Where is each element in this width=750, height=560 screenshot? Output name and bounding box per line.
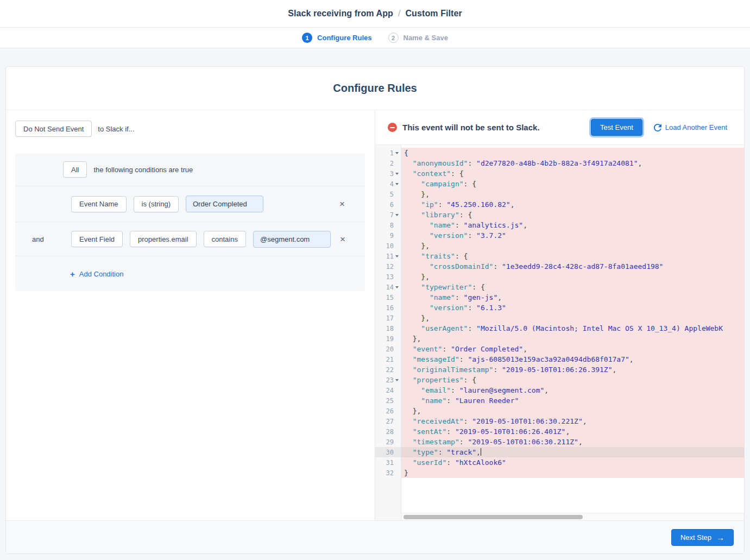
line-number: 21 xyxy=(375,354,401,364)
code-line[interactable]: "anonymousId": "d2e77820-a48b-4b2b-882a-… xyxy=(401,158,744,168)
add-condition-label: Add Condition xyxy=(79,270,124,278)
line-number: 13 xyxy=(375,272,401,282)
match-type-row: All the following conditions are true xyxy=(15,153,365,186)
code-line[interactable]: "typewriter": { xyxy=(401,282,744,292)
fold-spacer xyxy=(394,354,401,364)
code-line[interactable]: "originalTimestamp": "2019-05-10T01:06:2… xyxy=(401,364,744,375)
condition-2-operator-dropdown[interactable]: contains xyxy=(204,231,246,247)
card-footer: Next Step → xyxy=(6,520,744,553)
code-line[interactable]: "email": "lauren@segment.com", xyxy=(401,385,744,395)
fold-spacer xyxy=(394,437,401,447)
code-line[interactable]: "timestamp": "2019-05-10T01:06:30.211Z", xyxy=(401,437,744,447)
line-number: 1 xyxy=(375,148,401,158)
step-bar: 1 Configure Rules 2 Name & Save xyxy=(0,28,750,48)
editor-gutter: 1234567891011121314151617181920212223242… xyxy=(375,145,401,520)
line-number: 12 xyxy=(375,261,401,272)
code-line[interactable]: }, xyxy=(401,334,744,344)
horizontal-scrollbar-thumb[interactable] xyxy=(404,515,583,519)
code-line[interactable]: "properties": { xyxy=(401,375,744,385)
code-line[interactable]: "version": "3.7.2" xyxy=(401,230,744,241)
code-line[interactable]: } xyxy=(401,468,744,478)
code-line[interactable]: "version": "6.1.3" xyxy=(401,303,744,313)
fold-arrow-icon[interactable] xyxy=(394,251,401,261)
filter-action-dropdown[interactable]: Do Not Send Event xyxy=(15,121,92,137)
fold-spacer xyxy=(394,303,401,313)
match-type-dropdown[interactable]: All xyxy=(63,161,87,178)
json-code-editor[interactable]: 1234567891011121314151617181920212223242… xyxy=(375,144,744,520)
step-1-circle: 1 xyxy=(302,33,312,43)
fold-spacer xyxy=(394,406,401,416)
condition-2-value-input[interactable] xyxy=(253,231,331,248)
fold-arrow-icon[interactable] xyxy=(394,375,401,385)
line-number: 22 xyxy=(375,364,401,375)
code-line[interactable]: "userAgent": "Mozilla/5.0 (Macintosh; In… xyxy=(401,323,744,334)
code-line[interactable]: "type": "track", xyxy=(401,447,744,457)
step-name-and-save[interactable]: 2 Name & Save xyxy=(388,33,448,43)
code-line[interactable]: "campaign": { xyxy=(401,179,744,189)
fold-arrow-icon[interactable] xyxy=(394,168,401,179)
code-line[interactable]: "messageId": "ajs-6085013e159ac3a92a0494… xyxy=(401,354,744,364)
event-preview-panel: This event will not be sent to Slack. Te… xyxy=(375,110,744,520)
preview-header: This event will not be sent to Slack. Te… xyxy=(375,110,744,144)
code-line[interactable]: "name": "analytics.js", xyxy=(401,220,744,230)
code-line[interactable]: "ip": "45.250.160.82", xyxy=(401,199,744,210)
condition-1-field-dropdown[interactable]: Event Name xyxy=(71,196,127,212)
load-another-event-link[interactable]: Load Another Event xyxy=(654,123,727,131)
code-line[interactable]: "name": "gen-js", xyxy=(401,292,744,303)
line-number: 4 xyxy=(375,179,401,189)
breadcrumb-secondary: Custom Filter xyxy=(405,9,462,18)
breadcrumb-separator: / xyxy=(398,9,400,18)
next-step-button[interactable]: Next Step → xyxy=(671,529,734,546)
code-line[interactable]: }, xyxy=(401,272,744,282)
code-line[interactable]: "traits": { xyxy=(401,251,744,261)
fold-spacer xyxy=(394,272,401,282)
page-background: Configure Rules Do Not Send Event to Sla… xyxy=(0,48,750,560)
code-line[interactable]: "library": { xyxy=(401,210,744,220)
condition-2-remove-icon[interactable]: × xyxy=(338,232,348,246)
no-entry-icon xyxy=(388,123,397,132)
line-number: 7 xyxy=(375,210,401,220)
line-number: 30 xyxy=(375,447,401,457)
code-line[interactable]: { xyxy=(401,148,744,158)
code-line[interactable]: }, xyxy=(401,313,744,323)
line-number: 19 xyxy=(375,334,401,344)
code-line[interactable]: "name": "Lauren Reeder" xyxy=(401,395,744,406)
step-1-label: Configure Rules xyxy=(317,34,371,42)
line-number: 29 xyxy=(375,437,401,447)
step-configure-rules[interactable]: 1 Configure Rules xyxy=(302,33,371,43)
code-line[interactable]: }, xyxy=(401,406,744,416)
line-number: 6 xyxy=(375,199,401,210)
code-line[interactable]: }, xyxy=(401,241,744,251)
fold-spacer xyxy=(394,158,401,168)
fold-arrow-icon[interactable] xyxy=(394,282,401,292)
line-number: 28 xyxy=(375,426,401,437)
condition-2-field-dropdown[interactable]: Event Field xyxy=(71,231,123,247)
condition-2-property-dropdown[interactable]: properties.email xyxy=(130,231,197,247)
condition-1-value-input[interactable] xyxy=(186,196,263,212)
fold-arrow-icon[interactable] xyxy=(394,148,401,158)
code-line[interactable]: "event": "Order Completed", xyxy=(401,344,744,354)
line-number: 8 xyxy=(375,220,401,230)
fold-spacer xyxy=(394,344,401,354)
line-number: 20 xyxy=(375,344,401,354)
add-condition-button[interactable]: + Add Condition xyxy=(70,269,123,279)
card-title-row: Configure Rules xyxy=(6,67,744,110)
top-header: Slack receiving from App / Custom Filter xyxy=(0,0,750,28)
condition-1-operator-dropdown[interactable]: is (string) xyxy=(134,196,179,212)
condition-1-remove-icon[interactable]: × xyxy=(337,197,347,211)
match-type-suffix: the following conditions are true xyxy=(93,166,193,174)
breadcrumb-primary: Slack receiving from App xyxy=(288,9,393,18)
code-line[interactable]: }, xyxy=(401,189,744,199)
editor-code[interactable]: { "anonymousId": "d2e77820-a48b-4b2b-882… xyxy=(401,145,744,520)
code-line[interactable]: "userId": "hXtcAlook6" xyxy=(401,457,744,468)
code-line[interactable]: "crossDomainId": "1e3eedd9-28c4-428c-ad8… xyxy=(401,261,744,272)
line-number: 31 xyxy=(375,457,401,468)
plus-icon: + xyxy=(70,269,75,279)
fold-arrow-icon[interactable] xyxy=(394,179,401,189)
code-line[interactable]: "context": { xyxy=(401,168,744,179)
code-line[interactable]: "receivedAt": "2019-05-10T01:06:30.221Z"… xyxy=(401,416,744,426)
fold-spacer xyxy=(394,364,401,375)
code-line[interactable]: "sentAt": "2019-05-10T01:06:26.401Z", xyxy=(401,426,744,437)
fold-arrow-icon[interactable] xyxy=(394,210,401,220)
test-event-button[interactable]: Test Event xyxy=(591,119,642,136)
